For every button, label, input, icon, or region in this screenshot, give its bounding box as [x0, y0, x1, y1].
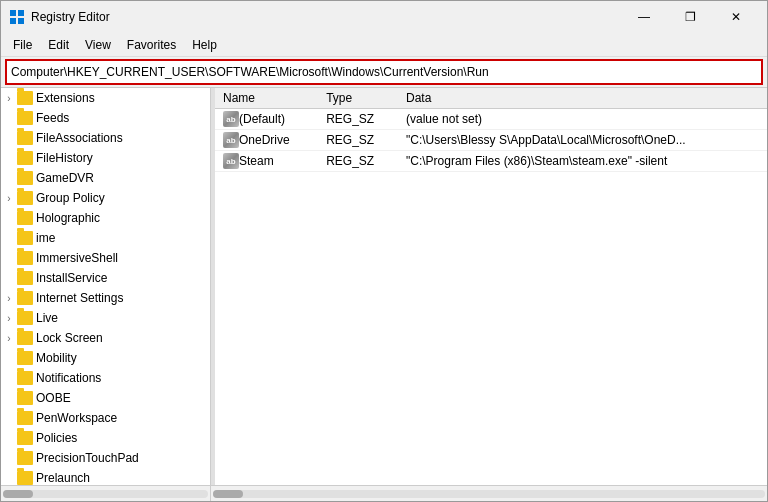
- table-row[interactable]: ab (Default) REG_SZ (value not set): [215, 109, 767, 130]
- tree-label-immersiveshell: ImmersiveShell: [36, 251, 118, 265]
- name-cell-steam: ab Steam: [215, 151, 318, 172]
- tree-item-mobility[interactable]: › Mobility: [1, 348, 210, 368]
- tree-label-penworkspace: PenWorkspace: [36, 411, 117, 425]
- tree-item-lockscreen[interactable]: › Lock Screen: [1, 328, 210, 348]
- left-scrollbar[interactable]: [1, 486, 211, 501]
- table-row[interactable]: ab OneDrive REG_SZ "C:\Users\Blessy S\Ap…: [215, 130, 767, 151]
- menu-file[interactable]: File: [5, 36, 40, 54]
- menu-bar: File Edit View Favorites Help: [1, 33, 767, 57]
- folder-icon-ime: [17, 231, 33, 245]
- folder-icon-mobility: [17, 351, 33, 365]
- address-bar[interactable]: Computer\HKEY_CURRENT_USER\SOFTWARE\Micr…: [5, 59, 763, 85]
- col-type: Type: [318, 88, 398, 109]
- address-text: Computer\HKEY_CURRENT_USER\SOFTWARE\Micr…: [11, 65, 757, 79]
- tree-item-immersiveshell[interactable]: › ImmersiveShell: [1, 248, 210, 268]
- tree-label-lockscreen: Lock Screen: [36, 331, 103, 345]
- menu-view[interactable]: View: [77, 36, 119, 54]
- table-row[interactable]: ab Steam REG_SZ "C:\Program Files (x86)\…: [215, 151, 767, 172]
- tree-item-oobe[interactable]: › OOBE: [1, 388, 210, 408]
- tree-item-prelaunch[interactable]: › Prelaunch: [1, 468, 210, 485]
- reg-name-default: (Default): [239, 112, 285, 126]
- expand-icon-extensions: ›: [1, 90, 17, 106]
- tree-label-installservice: InstallService: [36, 271, 107, 285]
- tree-item-policies[interactable]: › Policies: [1, 428, 210, 448]
- tree-label-feeds: Feeds: [36, 111, 69, 125]
- tree-item-installservice[interactable]: › InstallService: [1, 268, 210, 288]
- tree-label-holographic: Holographic: [36, 211, 100, 225]
- data-cell-onedrive: "C:\Users\Blessy S\AppData\Local\Microso…: [398, 130, 767, 151]
- tree-item-feeds[interactable]: › Feeds: [1, 108, 210, 128]
- folder-icon-oobe: [17, 391, 33, 405]
- tree-label-internetsettings: Internet Settings: [36, 291, 123, 305]
- expand-icon-internetsettings: ›: [1, 290, 17, 306]
- tree-item-internetsettings[interactable]: › Internet Settings: [1, 288, 210, 308]
- menu-edit[interactable]: Edit: [40, 36, 77, 54]
- folder-icon-holographic: [17, 211, 33, 225]
- tree-label-ime: ime: [36, 231, 55, 245]
- tree-label-gamedvr: GameDVR: [36, 171, 94, 185]
- tree-item-live[interactable]: › Live: [1, 308, 210, 328]
- expand-icon-grouppolicy: ›: [1, 190, 17, 206]
- minimize-button[interactable]: —: [621, 1, 667, 33]
- right-scrollbar[interactable]: [211, 486, 767, 501]
- folder-icon-notifications: [17, 371, 33, 385]
- type-cell-onedrive: REG_SZ: [318, 130, 398, 151]
- title-bar: Registry Editor — ❐ ✕: [1, 1, 767, 33]
- folder-icon-extensions: [17, 91, 33, 105]
- tree-label-policies: Policies: [36, 431, 77, 445]
- menu-favorites[interactable]: Favorites: [119, 36, 184, 54]
- svg-rect-1: [18, 10, 24, 16]
- tree-item-precisiontouchpad[interactable]: › PrecisionTouchPad: [1, 448, 210, 468]
- name-cell-default: ab (Default): [215, 109, 318, 130]
- folder-icon-internetsettings: [17, 291, 33, 305]
- maximize-button[interactable]: ❐: [667, 1, 713, 33]
- app-icon: [9, 9, 25, 25]
- reg-name-steam: Steam: [239, 154, 274, 168]
- tree-item-filehistory[interactable]: › FileHistory: [1, 148, 210, 168]
- window-title: Registry Editor: [31, 10, 621, 24]
- reg-name-onedrive: OneDrive: [239, 133, 290, 147]
- tree-item-penworkspace[interactable]: › PenWorkspace: [1, 408, 210, 428]
- tree-item-extensions[interactable]: › Extensions: [1, 88, 210, 108]
- registry-values-panel: Name Type Data ab (Default) REG_SZ: [215, 88, 767, 485]
- tree-label-notifications: Notifications: [36, 371, 101, 385]
- tree-item-ime[interactable]: › ime: [1, 228, 210, 248]
- tree-label-precisiontouchpad: PrecisionTouchPad: [36, 451, 139, 465]
- folder-icon-filehistory: [17, 151, 33, 165]
- folder-icon-grouppolicy: [17, 191, 33, 205]
- registry-table: Name Type Data ab (Default) REG_SZ: [215, 88, 767, 172]
- svg-rect-2: [10, 18, 16, 24]
- folder-icon-fileassociations: [17, 131, 33, 145]
- tree-item-gamedvr[interactable]: › GameDVR: [1, 168, 210, 188]
- col-name: Name: [215, 88, 318, 109]
- folder-icon-penworkspace: [17, 411, 33, 425]
- folder-icon-installservice: [17, 271, 33, 285]
- menu-help[interactable]: Help: [184, 36, 225, 54]
- folder-icon-immersiveshell: [17, 251, 33, 265]
- close-button[interactable]: ✕: [713, 1, 759, 33]
- tree-label-prelaunch: Prelaunch: [36, 471, 90, 485]
- expand-icon-lockscreen: ›: [1, 330, 17, 346]
- type-cell-steam: REG_SZ: [318, 151, 398, 172]
- folder-icon-live: [17, 311, 33, 325]
- reg-value-icon-onedrive: ab: [223, 132, 239, 148]
- tree-item-notifications[interactable]: › Notifications: [1, 368, 210, 388]
- folder-icon-feeds: [17, 111, 33, 125]
- folder-icon-precisiontouchpad: [17, 451, 33, 465]
- tree-item-holographic[interactable]: › Holographic: [1, 208, 210, 228]
- tree-panel: › Extensions › Feeds › FileAssociations …: [1, 88, 211, 485]
- folder-icon-gamedvr: [17, 171, 33, 185]
- folder-icon-prelaunch: [17, 471, 33, 485]
- folder-icon-policies: [17, 431, 33, 445]
- col-data: Data: [398, 88, 767, 109]
- data-cell-default: (value not set): [398, 109, 767, 130]
- reg-value-icon-steam: ab: [223, 153, 239, 169]
- folder-icon-lockscreen: [17, 331, 33, 345]
- expand-icon-live: ›: [1, 310, 17, 326]
- tree-label-filehistory: FileHistory: [36, 151, 93, 165]
- tree-label-oobe: OOBE: [36, 391, 71, 405]
- tree-item-grouppolicy[interactable]: › Group Policy: [1, 188, 210, 208]
- name-cell-onedrive: ab OneDrive: [215, 130, 318, 151]
- tree-item-fileassociations[interactable]: › FileAssociations: [1, 128, 210, 148]
- tree-label-live: Live: [36, 311, 58, 325]
